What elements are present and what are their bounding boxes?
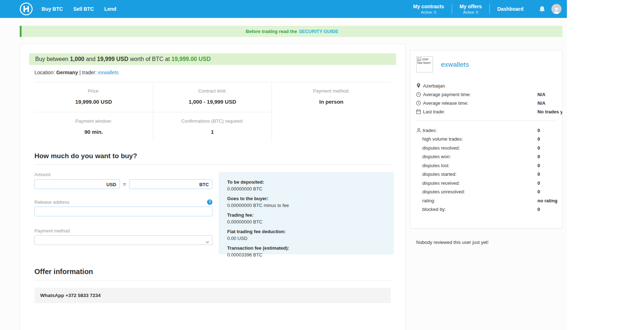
divider (416, 121, 556, 121)
dashboard-label: Dashboard (497, 6, 523, 12)
btc-suffix-label: BTC (199, 182, 209, 187)
help-icon[interactable]: ? (207, 199, 212, 205)
security-banner: Before trading read the SECURITY GUIDE (20, 26, 563, 37)
buy-heading: How much do you want to buy? (34, 152, 391, 160)
offer-price: 19,999.00 USD (171, 56, 211, 62)
nav-my-offers[interactable]: My offers Active: 0 (452, 4, 489, 14)
notifications-bell-icon[interactable] (539, 6, 545, 13)
trader-stats: trades: 0 high volume trades: 0 disputes… (416, 126, 556, 214)
trader-facts: Azerbaijan Average payment time: N/A Ave… (416, 81, 556, 116)
offer-details-table: Price: 19,999.00 USD Contract limit: 1,0… (34, 82, 391, 142)
fact-avg-payment-time: Average payment time: N/A (416, 90, 556, 99)
stat-disputes-lost: disputes lost: 0 (416, 161, 556, 170)
nav-dashboard[interactable]: Dashboard (490, 6, 531, 12)
offer-min-amount: 1,000 (70, 56, 84, 62)
fact-country: Azerbaijan (416, 81, 556, 90)
broken-image-icon (417, 57, 421, 61)
payment-method-wrap (34, 235, 212, 245)
calendar-icon (416, 109, 421, 114)
offer-country: Germany (56, 70, 78, 75)
summary-item: Trading fee: 0.00000000 BTC (227, 212, 385, 225)
detail-price: Price: 19,999.00 USD (34, 82, 153, 112)
usd-input-wrap: USD (34, 179, 120, 189)
summary-item: Fiat trading fee deduction: 0.00 USD (227, 229, 385, 241)
offer-title-text: Buy between (35, 56, 70, 62)
stat-blocked-by: blocked by: 0 (416, 205, 556, 214)
amount-label: Amount (34, 172, 212, 177)
stat-disputes-received: disputes received: 0 (416, 179, 556, 188)
offer-title: Buy between 1,000 and 19,999 USD worth o… (29, 53, 396, 65)
nav-lend[interactable]: Lend (104, 6, 116, 12)
broken-avatar-image: User has been (416, 56, 433, 72)
detail-payment-method: Payment method: In person (272, 82, 391, 112)
release-address-row: Release address ? (34, 199, 212, 205)
detail-empty-cell (272, 112, 391, 142)
my-contracts-active-count: Active: 0 (413, 10, 444, 14)
payment-method-label: Payment method (34, 228, 212, 234)
security-guide-link[interactable]: SECURITY GUIDE (299, 29, 338, 34)
trader-name-link[interactable]: exwallets (441, 61, 469, 69)
trader-header: User has been exwallets (416, 56, 556, 72)
user-avatar[interactable] (551, 4, 561, 14)
hodlhodl-logo[interactable] (19, 2, 33, 16)
stat-trades: trades: 0 (416, 126, 556, 135)
fee-summary-panel: To be deposited: 0.00000000 BTC Goes to … (218, 172, 394, 254)
trader-link[interactable]: exwallets (98, 70, 119, 75)
stat-high-volume-trades: high volume trades: 0 (416, 135, 556, 144)
user-icon (416, 128, 421, 133)
detail-confirmations: Confirmations (BTC) required: 1 (153, 112, 272, 142)
nav-sell-btc[interactable]: Sell BTC (73, 6, 94, 12)
stat-disputes-started: disputes started: 0 (416, 170, 556, 179)
stat-disputes-unresolved: disputes unresolved: 0 (416, 188, 556, 197)
my-offers-active-count: Active: 0 (460, 10, 482, 14)
nav-buy-btc[interactable]: Buy BTC (42, 6, 63, 12)
clock-icon (416, 92, 421, 97)
divider (34, 164, 391, 165)
detail-contract-limit: Contract limit: 1,000 - 19,999 USD (153, 82, 272, 112)
payment-method-select[interactable] (34, 235, 212, 245)
detail-payment-window: Payment window: 90 min. (34, 112, 153, 142)
clock-icon (416, 101, 421, 105)
location-line: Location: Germany | trader: exwallets (34, 70, 391, 75)
offer-information-heading: Offer information (34, 268, 391, 276)
stat-disputes-resolved: disputes resolved: 0 (416, 143, 556, 152)
usd-suffix-label: USD (107, 182, 116, 187)
offer-information-text: WhatsApp +372 5833 7234 (34, 288, 391, 303)
nav-my-contracts[interactable]: My contracts Active: 0 (405, 4, 451, 14)
release-address-label: Release address (34, 199, 70, 205)
my-offers-label: My offers (460, 4, 482, 9)
summary-item: Goes to the buyer: 0.00000000 BTC minus … (227, 196, 385, 208)
banner-text: Before trading read the (246, 29, 297, 34)
browser-viewport: Buy BTC Sell BTC Lend My contracts Activ… (0, 0, 567, 330)
summary-item: Transaction fee (estimated): 0.00003396 … (227, 245, 385, 258)
release-address-input[interactable] (34, 207, 212, 216)
fact-avg-release-time: Average release time: N/A (416, 99, 556, 107)
avatar-person-icon (553, 6, 560, 14)
location-pin-icon (416, 83, 421, 88)
nav-right-group: My contracts Active: 0 My offers Active:… (405, 4, 561, 14)
stat-rating: rating: no rating (416, 196, 556, 205)
top-navbar: Buy BTC Sell BTC Lend My contracts Activ… (0, 0, 567, 18)
my-contracts-label: My contracts (413, 4, 444, 9)
equals-sign: = (123, 182, 126, 187)
buy-form-area: Amount USD = BTC Release address ? (34, 172, 391, 254)
fact-last-trade: Last trade: No trades yet (416, 107, 556, 116)
release-address-wrap (34, 207, 212, 216)
stat-disputes-won: disputes won: 0 (416, 152, 556, 161)
summary-item: To be deposited: 0.00000000 BTC (227, 179, 385, 192)
offer-card: Buy between 1,000 and 19,999 USD worth o… (20, 44, 405, 330)
no-reviews-text: Nobody reviewed this user just yet! (416, 240, 489, 245)
amount-row: USD = BTC (34, 179, 212, 189)
btc-input-wrap: BTC (129, 179, 212, 189)
logo-icon (19, 2, 33, 16)
main-nav: Buy BTC Sell BTC Lend (42, 6, 116, 12)
offer-max-amount: 19,999 USD (97, 56, 128, 62)
trader-card: User has been exwallets Azerbaijan Avera… (410, 50, 563, 228)
buy-form: Amount USD = BTC Release address ? (34, 172, 212, 245)
divider (34, 280, 391, 280)
